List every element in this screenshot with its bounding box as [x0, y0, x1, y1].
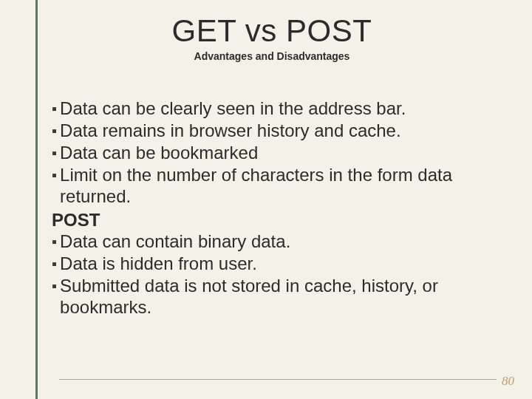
square-bullet-icon: ▪: [52, 120, 57, 142]
square-bullet-icon: ▪: [52, 231, 57, 253]
list-item-text: Data can be clearly seen in the address …: [60, 98, 502, 119]
list-item: ▪ Data remains in browser history and ca…: [52, 120, 502, 142]
list-item: ▪ Data can contain binary data.: [52, 231, 502, 253]
list-item: ▪ Submitted data is not stored in cache,…: [52, 275, 502, 318]
list-item: ▪ Data can be clearly seen in the addres…: [52, 98, 502, 120]
square-bullet-icon: ▪: [52, 142, 57, 164]
square-bullet-icon: ▪: [52, 164, 57, 186]
list-item: ▪ Data is hidden from user.: [52, 253, 502, 275]
list-item-text: Limit on the number of characters in the…: [60, 164, 502, 208]
vertical-accent-line: [35, 0, 38, 399]
square-bullet-icon: ▪: [52, 253, 57, 275]
slide: GET vs POST Advantages and Disadvantages…: [0, 0, 532, 399]
footer-divider: [59, 379, 497, 380]
section-heading: POST: [52, 209, 502, 231]
list-item-text: Data can contain binary data.: [60, 231, 502, 252]
slide-body: ▪ Data can be clearly seen in the addres…: [52, 98, 502, 318]
list-item-text: Data can be bookmarked: [60, 142, 502, 163]
page-number: 80: [502, 374, 514, 389]
list-item-text: Data remains in browser history and cach…: [60, 120, 502, 141]
slide-title: GET vs POST: [41, 13, 502, 49]
square-bullet-icon: ▪: [52, 98, 57, 120]
slide-subtitle: Advantages and Disadvantages: [41, 50, 502, 62]
list-item: ▪ Data can be bookmarked: [52, 142, 502, 164]
list-item-text: Data is hidden from user.: [60, 253, 502, 274]
list-item-text: Submitted data is not stored in cache, h…: [60, 275, 502, 318]
list-item: ▪ Limit on the number of characters in t…: [52, 164, 502, 208]
square-bullet-icon: ▪: [52, 275, 57, 297]
